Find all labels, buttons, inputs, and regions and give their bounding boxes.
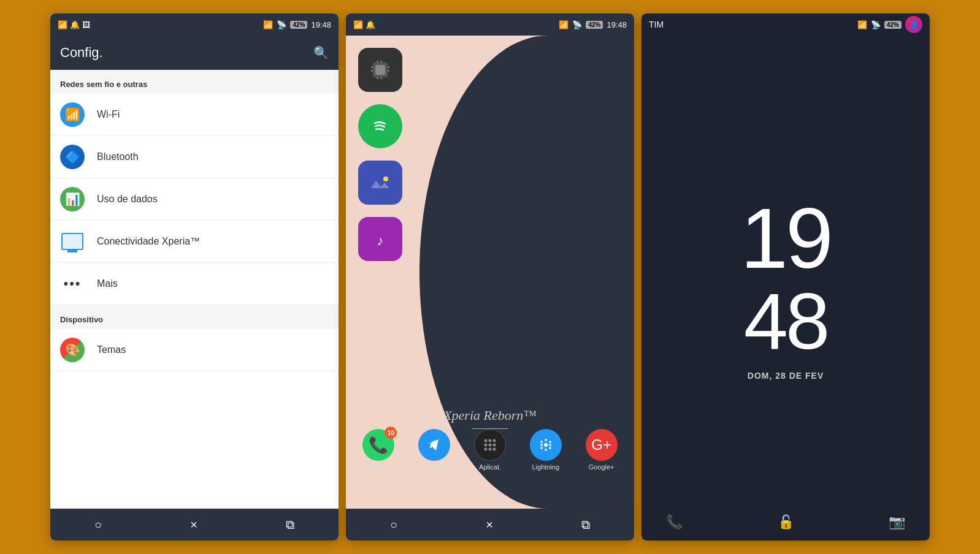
settings-item-wifi[interactable]: 📶 Wi-Fi (50, 94, 339, 136)
xperia-label: Conectividade Xperia™ (97, 236, 200, 247)
back-button-2[interactable]: × (473, 513, 505, 537)
phone-home: 📶 🔔 📶 📡 42% 19:48 (346, 13, 634, 541)
more-label: Mais (97, 278, 118, 289)
settings-item-xperia[interactable]: Conectividade Xperia™ (50, 221, 339, 263)
wifi-icon: 📶 (60, 102, 85, 127)
camera-icon[interactable]: 📷 (889, 514, 905, 530)
status-bar-right-3: 📶 📡 42% 👤 (857, 16, 922, 33)
notification-icon-2: 🔔 (366, 20, 375, 29)
themes-label: Temas (97, 344, 126, 355)
svg-rect-7 (380, 61, 382, 63)
bottom-nav-1: ○ × ⧉ (50, 509, 339, 541)
telegram-label: Telegram (421, 463, 448, 471)
recents-button-2[interactable]: ⧉ (569, 513, 602, 537)
data-usage-label: Uso de dados (97, 194, 158, 205)
clock-2: 19:48 (607, 20, 627, 29)
svg-rect-9 (380, 77, 382, 79)
more-icon: ••• (60, 271, 85, 296)
home-button-1[interactable]: ○ (82, 513, 114, 537)
xperia-connectivity-icon (60, 229, 85, 254)
phone-call-icon[interactable]: 📞 (666, 514, 683, 530)
lock-date: DOM, 28 DE FEV (748, 371, 824, 381)
home-button-2[interactable]: ○ (378, 513, 410, 537)
svg-point-31 (540, 447, 543, 449)
signal-bars-1: 📡 (277, 20, 286, 29)
svg-point-20 (492, 444, 496, 447)
themes-icon: 🎨 (60, 338, 85, 362)
signal-icon-1: 📶 (58, 20, 67, 29)
svg-rect-4 (388, 66, 389, 68)
lock-time: 19 48 (740, 195, 831, 361)
whatsapp-icon: 📞 10 (362, 429, 394, 461)
brand-name: Xperia Reborn™ (346, 408, 634, 423)
apps-icon (474, 429, 506, 461)
svg-point-25 (540, 441, 543, 443)
user-avatar: 👤 (905, 16, 922, 33)
wifi-status-icon-2: 📶 (559, 20, 568, 29)
svg-rect-6 (377, 61, 378, 63)
lightning-icon (530, 429, 562, 461)
music-app-icon[interactable]: ♪ (358, 217, 402, 261)
screenshot-icon-1: 🖼 (82, 20, 90, 29)
home-screen: ♪ Xperia Reborn™ 📞 10 WhatsApp (346, 36, 634, 509)
dock-lightning[interactable]: Lightning (530, 429, 562, 471)
svg-text:♪: ♪ (377, 233, 384, 248)
svg-rect-3 (371, 70, 373, 72)
unlock-icon[interactable]: 🔓 (778, 514, 794, 530)
settings-screen: Config. 🔍 Redes sem fio e outras 📶 Wi-Fi… (50, 36, 339, 509)
battery-3: 42% (884, 21, 902, 29)
svg-point-18 (484, 444, 487, 447)
notification-icon-1: 🔔 (70, 20, 80, 29)
signal-icon-2: 📶 (353, 20, 363, 29)
settings-item-data[interactable]: 📊 Uso de dados (50, 178, 339, 221)
gallery-app-icon[interactable] (358, 161, 402, 205)
signal-bars-3: 📡 (871, 20, 881, 29)
apps-label: Aplicat. (479, 463, 501, 471)
status-bar-left-3: TIM (649, 13, 668, 36)
back-button-1[interactable]: × (178, 513, 210, 537)
battery-1: 42% (290, 21, 307, 29)
svg-point-32 (540, 444, 543, 446)
lock-minute: 48 (744, 281, 828, 361)
recents-button-1[interactable]: ⧉ (274, 513, 307, 537)
status-bar-left-1: 📶 🔔 🖼 (58, 20, 90, 29)
settings-list: Redes sem fio e outras 📶 Wi-Fi 🔷 Bluetoo… (50, 70, 339, 509)
status-bar-1: 📶 🔔 🖼 📶 📡 42% 19:48 (50, 13, 339, 36)
bottom-nav-2: ○ × ⧉ (346, 509, 634, 541)
dock-whatsapp[interactable]: 📞 10 WhatsApp (362, 429, 394, 471)
lock-bottom-nav: 📞 🔓 📷 (641, 504, 930, 541)
lightning-label: Lightning (532, 463, 559, 471)
data-usage-icon: 📊 (60, 187, 85, 211)
svg-rect-2 (371, 66, 373, 68)
svg-point-27 (549, 441, 551, 443)
home-icons-column: ♪ (358, 48, 402, 261)
bluetooth-label: Bluetooth (97, 151, 139, 162)
section-device-header: Dispositivo (50, 305, 339, 329)
svg-point-16 (488, 439, 491, 442)
google-label: Google+ (589, 463, 614, 471)
settings-item-themes[interactable]: 🎨 Temas (50, 329, 339, 371)
battery-2: 42% (586, 21, 603, 29)
settings-title: Config. (60, 45, 103, 61)
whatsapp-label: WhatsApp (363, 463, 394, 471)
settings-item-more[interactable]: ••• Mais (50, 263, 339, 305)
dock-google[interactable]: G+ Google+ (586, 429, 618, 471)
search-button[interactable]: 🔍 (313, 45, 329, 60)
dock-apps[interactable]: Aplicat. (474, 429, 506, 471)
settings-item-bluetooth[interactable]: 🔷 Bluetooth (50, 136, 339, 178)
svg-point-30 (545, 449, 547, 451)
whatsapp-badge: 10 (385, 427, 397, 439)
cpu-app-icon[interactable] (358, 48, 402, 92)
wifi-status-icon-3: 📶 (857, 20, 867, 29)
google-plus-icon: G+ (586, 429, 618, 461)
svg-rect-5 (388, 70, 389, 72)
svg-point-33 (544, 443, 548, 447)
svg-rect-11 (367, 170, 393, 195)
status-bar-right-2: 📶 📡 42% 19:48 (559, 20, 627, 29)
svg-point-15 (484, 439, 487, 442)
svg-rect-8 (377, 77, 378, 79)
dock-telegram[interactable]: Telegram (418, 429, 450, 471)
spotify-app-icon[interactable] (358, 104, 402, 148)
status-bar-2: 📶 🔔 📶 📡 42% 19:48 (346, 13, 634, 36)
carrier-name: TIM (649, 13, 664, 36)
